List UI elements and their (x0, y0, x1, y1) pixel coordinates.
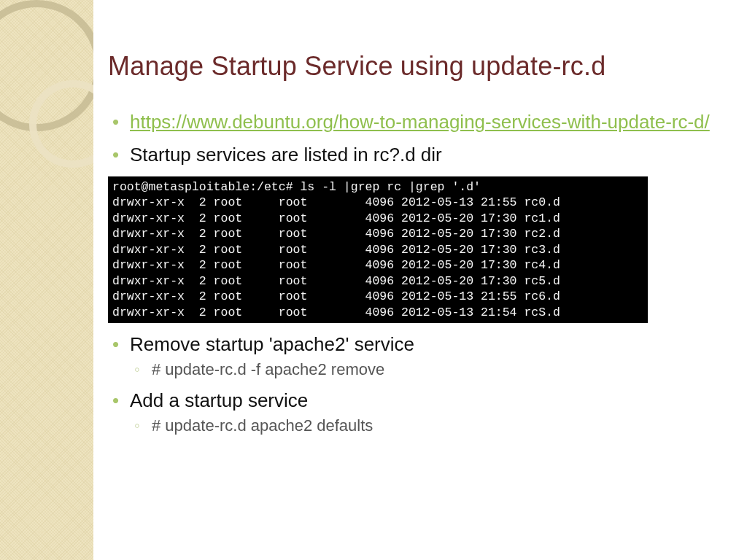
bullet-list: https://www.debuntu.org/how-to-managing-… (108, 111, 725, 435)
slide-title: Manage Startup Service using update-rc.d (108, 51, 725, 82)
bullet-item: Startup services are listed in rc?.d dir (108, 144, 725, 166)
reference-link[interactable]: https://www.debuntu.org/how-to-managing-… (130, 111, 710, 133)
bullet-link: https://www.debuntu.org/how-to-managing-… (108, 111, 725, 133)
terminal-container: root@metasploitable:/etc# ls -l |grep rc… (108, 176, 725, 323)
slide-content: Manage Startup Service using update-rc.d… (93, 0, 747, 560)
sub-bullet-item: # update-rc.d -f apache2 remove (130, 360, 725, 379)
bullet-item: Remove startup 'apache2' service # updat… (108, 333, 725, 379)
sub-list: # update-rc.d apache2 defaults (130, 416, 725, 435)
terminal-output: root@metasploitable:/etc# ls -l |grep rc… (108, 176, 648, 323)
bullet-text: Add a startup service (130, 389, 308, 411)
sub-list: # update-rc.d -f apache2 remove (130, 360, 725, 379)
bullet-item: Add a startup service # update-rc.d apac… (108, 389, 725, 435)
bullet-text: Remove startup 'apache2' service (130, 333, 414, 355)
sub-bullet-item: # update-rc.d apache2 defaults (130, 416, 725, 435)
slide-sidebar-decoration (0, 0, 93, 560)
